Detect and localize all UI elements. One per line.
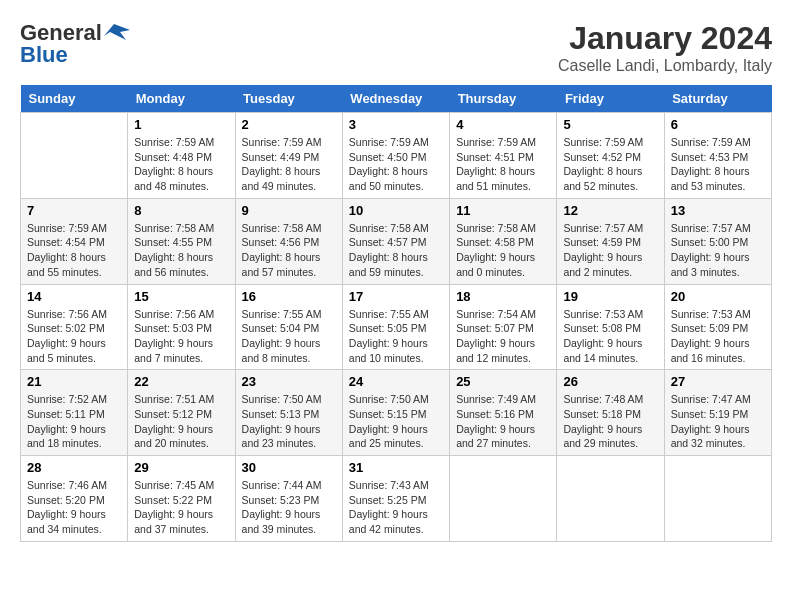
cell-day-info: Sunrise: 7:55 AMSunset: 5:05 PMDaylight:… <box>349 307 443 366</box>
cell-day-info: Sunrise: 7:53 AMSunset: 5:09 PMDaylight:… <box>671 307 765 366</box>
calendar-cell <box>450 456 557 542</box>
month-year-title: January 2024 <box>558 20 772 57</box>
cell-day-info: Sunrise: 7:59 AMSunset: 4:51 PMDaylight:… <box>456 135 550 194</box>
logo-bird-icon <box>104 22 130 44</box>
calendar-cell: 13Sunrise: 7:57 AMSunset: 5:00 PMDayligh… <box>664 198 771 284</box>
date-number: 20 <box>671 289 765 304</box>
date-number: 30 <box>242 460 336 475</box>
cell-day-info: Sunrise: 7:59 AMSunset: 4:52 PMDaylight:… <box>563 135 657 194</box>
cell-day-info: Sunrise: 7:59 AMSunset: 4:53 PMDaylight:… <box>671 135 765 194</box>
calendar-cell: 2Sunrise: 7:59 AMSunset: 4:49 PMDaylight… <box>235 113 342 199</box>
date-number: 14 <box>27 289 121 304</box>
cell-day-info: Sunrise: 7:48 AMSunset: 5:18 PMDaylight:… <box>563 392 657 451</box>
calendar-cell: 8Sunrise: 7:58 AMSunset: 4:55 PMDaylight… <box>128 198 235 284</box>
page-header: General Blue January 2024 Caselle Landi,… <box>20 20 772 75</box>
date-number: 3 <box>349 117 443 132</box>
date-number: 24 <box>349 374 443 389</box>
calendar-cell: 9Sunrise: 7:58 AMSunset: 4:56 PMDaylight… <box>235 198 342 284</box>
calendar-cell: 15Sunrise: 7:56 AMSunset: 5:03 PMDayligh… <box>128 284 235 370</box>
date-number: 18 <box>456 289 550 304</box>
date-number: 17 <box>349 289 443 304</box>
day-header-saturday: Saturday <box>664 85 771 113</box>
calendar-cell: 27Sunrise: 7:47 AMSunset: 5:19 PMDayligh… <box>664 370 771 456</box>
title-section: January 2024 Caselle Landi, Lombardy, It… <box>558 20 772 75</box>
cell-day-info: Sunrise: 7:59 AMSunset: 4:50 PMDaylight:… <box>349 135 443 194</box>
date-number: 16 <box>242 289 336 304</box>
calendar-cell: 30Sunrise: 7:44 AMSunset: 5:23 PMDayligh… <box>235 456 342 542</box>
day-header-thursday: Thursday <box>450 85 557 113</box>
calendar-cell: 18Sunrise: 7:54 AMSunset: 5:07 PMDayligh… <box>450 284 557 370</box>
cell-day-info: Sunrise: 7:43 AMSunset: 5:25 PMDaylight:… <box>349 478 443 537</box>
date-number: 28 <box>27 460 121 475</box>
calendar-cell: 6Sunrise: 7:59 AMSunset: 4:53 PMDaylight… <box>664 113 771 199</box>
cell-day-info: Sunrise: 7:53 AMSunset: 5:08 PMDaylight:… <box>563 307 657 366</box>
calendar-cell: 28Sunrise: 7:46 AMSunset: 5:20 PMDayligh… <box>21 456 128 542</box>
logo: General Blue <box>20 20 132 68</box>
day-header-friday: Friday <box>557 85 664 113</box>
cell-day-info: Sunrise: 7:50 AMSunset: 5:15 PMDaylight:… <box>349 392 443 451</box>
week-row-1: 1Sunrise: 7:59 AMSunset: 4:48 PMDaylight… <box>21 113 772 199</box>
calendar-cell: 12Sunrise: 7:57 AMSunset: 4:59 PMDayligh… <box>557 198 664 284</box>
calendar-cell: 29Sunrise: 7:45 AMSunset: 5:22 PMDayligh… <box>128 456 235 542</box>
calendar-cell: 10Sunrise: 7:58 AMSunset: 4:57 PMDayligh… <box>342 198 449 284</box>
date-number: 10 <box>349 203 443 218</box>
calendar-cell <box>21 113 128 199</box>
calendar-cell: 1Sunrise: 7:59 AMSunset: 4:48 PMDaylight… <box>128 113 235 199</box>
cell-day-info: Sunrise: 7:52 AMSunset: 5:11 PMDaylight:… <box>27 392 121 451</box>
calendar-cell: 23Sunrise: 7:50 AMSunset: 5:13 PMDayligh… <box>235 370 342 456</box>
calendar-cell: 7Sunrise: 7:59 AMSunset: 4:54 PMDaylight… <box>21 198 128 284</box>
calendar-cell: 14Sunrise: 7:56 AMSunset: 5:02 PMDayligh… <box>21 284 128 370</box>
cell-day-info: Sunrise: 7:58 AMSunset: 4:56 PMDaylight:… <box>242 221 336 280</box>
cell-day-info: Sunrise: 7:55 AMSunset: 5:04 PMDaylight:… <box>242 307 336 366</box>
date-number: 19 <box>563 289 657 304</box>
header-row: SundayMondayTuesdayWednesdayThursdayFrid… <box>21 85 772 113</box>
cell-day-info: Sunrise: 7:59 AMSunset: 4:54 PMDaylight:… <box>27 221 121 280</box>
logo-text: General Blue <box>20 20 132 68</box>
day-header-monday: Monday <box>128 85 235 113</box>
calendar-table: SundayMondayTuesdayWednesdayThursdayFrid… <box>20 85 772 542</box>
date-number: 13 <box>671 203 765 218</box>
calendar-cell: 19Sunrise: 7:53 AMSunset: 5:08 PMDayligh… <box>557 284 664 370</box>
calendar-cell: 20Sunrise: 7:53 AMSunset: 5:09 PMDayligh… <box>664 284 771 370</box>
calendar-cell <box>664 456 771 542</box>
date-number: 29 <box>134 460 228 475</box>
calendar-cell: 4Sunrise: 7:59 AMSunset: 4:51 PMDaylight… <box>450 113 557 199</box>
cell-day-info: Sunrise: 7:59 AMSunset: 4:49 PMDaylight:… <box>242 135 336 194</box>
date-number: 23 <box>242 374 336 389</box>
week-row-2: 7Sunrise: 7:59 AMSunset: 4:54 PMDaylight… <box>21 198 772 284</box>
calendar-cell: 26Sunrise: 7:48 AMSunset: 5:18 PMDayligh… <box>557 370 664 456</box>
date-number: 4 <box>456 117 550 132</box>
date-number: 21 <box>27 374 121 389</box>
date-number: 31 <box>349 460 443 475</box>
date-number: 5 <box>563 117 657 132</box>
cell-day-info: Sunrise: 7:50 AMSunset: 5:13 PMDaylight:… <box>242 392 336 451</box>
cell-day-info: Sunrise: 7:57 AMSunset: 5:00 PMDaylight:… <box>671 221 765 280</box>
calendar-cell: 25Sunrise: 7:49 AMSunset: 5:16 PMDayligh… <box>450 370 557 456</box>
cell-day-info: Sunrise: 7:58 AMSunset: 4:57 PMDaylight:… <box>349 221 443 280</box>
date-number: 11 <box>456 203 550 218</box>
cell-day-info: Sunrise: 7:57 AMSunset: 4:59 PMDaylight:… <box>563 221 657 280</box>
week-row-3: 14Sunrise: 7:56 AMSunset: 5:02 PMDayligh… <box>21 284 772 370</box>
date-number: 1 <box>134 117 228 132</box>
cell-day-info: Sunrise: 7:46 AMSunset: 5:20 PMDaylight:… <box>27 478 121 537</box>
date-number: 22 <box>134 374 228 389</box>
cell-day-info: Sunrise: 7:59 AMSunset: 4:48 PMDaylight:… <box>134 135 228 194</box>
cell-day-info: Sunrise: 7:56 AMSunset: 5:02 PMDaylight:… <box>27 307 121 366</box>
calendar-cell: 16Sunrise: 7:55 AMSunset: 5:04 PMDayligh… <box>235 284 342 370</box>
calendar-cell: 24Sunrise: 7:50 AMSunset: 5:15 PMDayligh… <box>342 370 449 456</box>
date-number: 12 <box>563 203 657 218</box>
cell-day-info: Sunrise: 7:49 AMSunset: 5:16 PMDaylight:… <box>456 392 550 451</box>
svg-marker-0 <box>104 24 130 40</box>
day-header-tuesday: Tuesday <box>235 85 342 113</box>
day-header-sunday: Sunday <box>21 85 128 113</box>
date-number: 8 <box>134 203 228 218</box>
calendar-cell <box>557 456 664 542</box>
week-row-4: 21Sunrise: 7:52 AMSunset: 5:11 PMDayligh… <box>21 370 772 456</box>
cell-day-info: Sunrise: 7:45 AMSunset: 5:22 PMDaylight:… <box>134 478 228 537</box>
date-number: 7 <box>27 203 121 218</box>
week-row-5: 28Sunrise: 7:46 AMSunset: 5:20 PMDayligh… <box>21 456 772 542</box>
date-number: 6 <box>671 117 765 132</box>
date-number: 15 <box>134 289 228 304</box>
location-subtitle: Caselle Landi, Lombardy, Italy <box>558 57 772 75</box>
date-number: 26 <box>563 374 657 389</box>
